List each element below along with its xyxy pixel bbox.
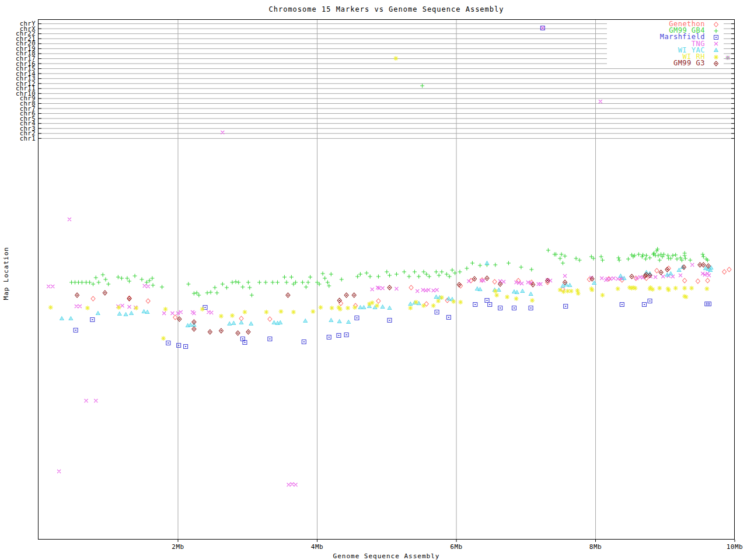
legend-item-gm99-g3: GM99 G3 [607,60,724,66]
data-points [91,266,731,321]
x-tick-label: 2Mb [172,543,184,551]
data-point-dots [715,37,717,38]
row-label-chr1: chr1 [0,136,36,141]
legend-item-marshfield: Marshfield [607,34,724,40]
x-tick-label: 6Mb [450,543,462,551]
series-marshfield-swatch [714,35,718,39]
series-gm99-gb4 [69,56,730,298]
series-wi-yac [60,261,713,327]
y-axis-label: Map Location [2,247,10,300]
data-point-dots [75,27,710,347]
x-axis-label: Genome Sequence Assembly [38,552,735,560]
data-points [714,29,718,33]
series-gm99-gb4-swatch [714,29,718,33]
data-points [714,55,718,60]
x-tick-label: 4Mb [311,543,323,551]
series-marshfield [74,26,711,349]
series-gm99-g3-swatch [714,61,718,66]
data-point-dots [715,50,717,51]
legend-marker-plus-icon [712,27,720,34]
series-gm99-g3 [75,262,711,335]
data-points [69,56,730,298]
legend-item-tng: TNG [607,41,724,47]
data-points [74,26,711,349]
x-tick-label: 10Mb [727,543,743,551]
series-tng-swatch [714,42,718,46]
legend: GenethonGM99 GB4MarshfieldTNGWI YACWI RH… [607,21,724,66]
series-genethon-swatch [714,22,718,27]
legend-item-genethon: Genethon [607,21,724,27]
series-wi-yac-swatch [714,48,718,52]
series-tng [47,26,729,487]
legend-item-wi-yac: WI YAC [607,47,724,54]
data-points [714,42,718,46]
data-point-dots [76,264,709,334]
x-tick-label: 8Mb [589,543,602,551]
legend-item-wi-rh: WI RH [607,54,724,60]
legend-marker-square-icon [712,34,720,41]
data-points [60,261,713,327]
data-point-dots [715,63,717,64]
chart-page: Chromosome 15 Markers vs Genome Sequence… [0,0,747,560]
legend-label: GM99 G3 [673,60,705,66]
legend-marker-asterisk-icon [712,54,720,61]
data-points [75,262,711,335]
series-wi-rh-swatch [714,55,718,60]
data-points [47,26,729,487]
legend-marker-diamond-icon [712,21,720,28]
plot-canvas [0,0,747,560]
data-points [714,22,718,27]
data-point-dots [61,263,711,327]
legend-marker-triangle-icon [712,47,720,54]
legend-marker-cross-icon [712,40,720,47]
series-genethon [91,266,731,321]
legend-marker-diamond-dot-icon [712,60,720,67]
